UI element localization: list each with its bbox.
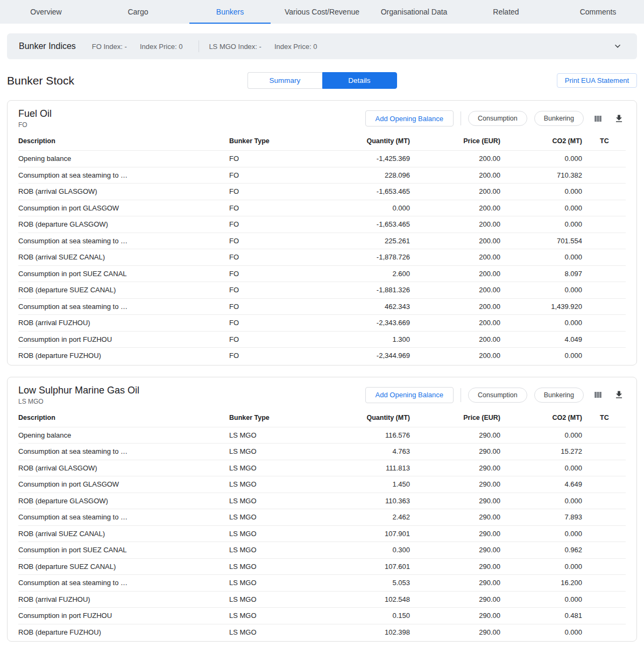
fo-index-label: FO Index: - bbox=[92, 43, 127, 51]
table-cell: 200.00 bbox=[410, 220, 500, 228]
table-cell: 0.300 bbox=[320, 546, 410, 554]
table-body: Opening balanceFO-1,425.369200.000.000Co… bbox=[18, 150, 626, 364]
table-cell: LS MGO bbox=[229, 595, 320, 603]
table-cell: ROB (departure FUZHOU) bbox=[18, 351, 229, 360]
table-row[interactable]: Consumption at sea steaming to …FO225.26… bbox=[18, 233, 626, 249]
table-cell: 0.000 bbox=[500, 187, 582, 195]
nav-tab-cargo[interactable]: Cargo bbox=[92, 0, 184, 24]
table-row[interactable]: ROB (arrival GLASGOW)LS MGO111.813290.00… bbox=[18, 460, 626, 476]
table-cell: 200.00 bbox=[410, 154, 500, 163]
table-row[interactable]: Consumption at sea steaming to …FO462.34… bbox=[18, 298, 626, 315]
divider bbox=[461, 111, 461, 125]
table-cell: -2,343.669 bbox=[320, 319, 410, 327]
nav-tab-various-cost-revenue[interactable]: Various Cost/Revenue bbox=[276, 0, 368, 24]
table-cell: 4.049 bbox=[500, 335, 582, 343]
table-cell: 290.00 bbox=[410, 628, 500, 636]
table-row[interactable]: Consumption at sea steaming to …LS MGO4.… bbox=[18, 443, 626, 460]
table-row[interactable]: Consumption at sea steaming to …LS MGO2.… bbox=[18, 509, 626, 525]
nav-tab-organisational-data[interactable]: Organisational Data bbox=[368, 0, 460, 24]
nav-tab-overview[interactable]: Overview bbox=[0, 0, 92, 24]
download-icon[interactable] bbox=[612, 388, 626, 402]
table-cell: 0.000 bbox=[500, 286, 582, 294]
table-row[interactable]: ROB (arrival SUEZ CANAL)LS MGO107.901290… bbox=[18, 525, 626, 542]
bunkering-button[interactable]: Bunkering bbox=[534, 111, 584, 126]
table-row[interactable]: ROB (arrival SUEZ CANAL)FO-1,878.726200.… bbox=[18, 249, 626, 265]
add-opening-balance-button[interactable]: Add Opening Balance bbox=[365, 110, 454, 126]
table-header-row: DescriptionBunker TypeQuantity (MT)Price… bbox=[18, 409, 626, 427]
column-header: Bunker Type bbox=[229, 414, 320, 421]
bunker-indices-title: Bunker Indices bbox=[19, 41, 76, 51]
table-cell: 0.000 bbox=[500, 595, 582, 603]
table-cell: FO bbox=[229, 171, 320, 179]
column-header: Price (EUR) bbox=[410, 137, 500, 145]
table-cell: LS MGO bbox=[229, 431, 320, 439]
card-titles: Fuel Oil FO bbox=[18, 108, 52, 129]
table-row[interactable]: ROB (departure FUZHOU)FO-2,344.969200.00… bbox=[18, 347, 626, 364]
download-icon[interactable] bbox=[612, 111, 626, 125]
cards-container: Fuel Oil FO Add Opening Balance Consumpt… bbox=[7, 100, 637, 642]
table-row[interactable]: ROB (arrival FUZHOU)LS MGO102.548290.000… bbox=[18, 591, 626, 608]
nav-tab-related[interactable]: Related bbox=[460, 0, 552, 24]
table-cell: 228.096 bbox=[320, 171, 410, 179]
table-cell: FO bbox=[229, 204, 320, 212]
columns-icon[interactable] bbox=[591, 388, 605, 402]
table-cell: 0.962 bbox=[500, 546, 582, 554]
columns-icon[interactable] bbox=[591, 111, 605, 125]
table-row[interactable]: Consumption at sea steaming to …FO228.09… bbox=[18, 167, 626, 184]
table-cell: 0.000 bbox=[500, 154, 582, 163]
consumption-button[interactable]: Consumption bbox=[468, 111, 527, 126]
column-header: Description bbox=[18, 137, 229, 145]
table-row[interactable]: ROB (departure SUEZ CANAL)FO-1,881.32620… bbox=[18, 282, 626, 298]
table-cell: 107.601 bbox=[320, 562, 410, 571]
table-row[interactable]: Consumption in port FUZHOULS MGO0.150290… bbox=[18, 607, 626, 624]
table-row[interactable]: Opening balanceFO-1,425.369200.000.000 bbox=[18, 150, 626, 167]
table-cell: Consumption in port FUZHOU bbox=[18, 335, 229, 343]
table-row[interactable]: ROB (departure GLASGOW)FO-1,653.465200.0… bbox=[18, 216, 626, 233]
add-opening-balance-button[interactable]: Add Opening Balance bbox=[365, 387, 454, 403]
table-row[interactable]: Consumption in port SUEZ CANALFO2.600200… bbox=[18, 265, 626, 282]
table-cell: ROB (departure GLASGOW) bbox=[18, 220, 229, 228]
table-cell: FO bbox=[229, 335, 320, 343]
table-cell: FO bbox=[229, 187, 320, 195]
table-cell: ROB (arrival SUEZ CANAL) bbox=[18, 253, 229, 261]
table-row[interactable]: Consumption in port FUZHOUFO1.300200.004… bbox=[18, 331, 626, 348]
print-eua-statement-button[interactable]: Print EUA Statement bbox=[557, 73, 637, 88]
table-row[interactable]: ROB (arrival FUZHOU)FO-2,343.669200.000.… bbox=[18, 314, 626, 331]
bunkering-button[interactable]: Bunkering bbox=[534, 388, 584, 403]
table-row[interactable]: Consumption at sea steaming to …LS MGO5.… bbox=[18, 574, 626, 591]
table-cell: -1,653.465 bbox=[320, 187, 410, 195]
column-header: Price (EUR) bbox=[410, 414, 500, 421]
table-row[interactable]: Consumption in port SUEZ CANALLS MGO0.30… bbox=[18, 542, 626, 558]
summary-tab[interactable]: Summary bbox=[247, 72, 322, 89]
table-row[interactable]: ROB (arrival GLASGOW)FO-1,653.465200.000… bbox=[18, 183, 626, 200]
table-cell: FO bbox=[229, 286, 320, 294]
card-actions: Add Opening Balance Consumption Bunkerin… bbox=[365, 387, 626, 403]
table-cell: 5.053 bbox=[320, 579, 410, 587]
table-cell: 290.00 bbox=[410, 579, 500, 587]
table-cell: LS MGO bbox=[229, 480, 320, 488]
table-row[interactable]: ROB (departure FUZHOU)LS MGO102.398290.0… bbox=[18, 624, 626, 641]
chevron-down-icon[interactable] bbox=[610, 39, 625, 54]
table-row[interactable]: ROB (departure GLASGOW)LS MGO110.363290.… bbox=[18, 493, 626, 509]
details-tab[interactable]: Details bbox=[322, 72, 397, 89]
table-cell: FO bbox=[229, 319, 320, 327]
table-row[interactable]: ROB (departure SUEZ CANAL)LS MGO107.6012… bbox=[18, 558, 626, 575]
table-row[interactable]: Consumption in port GLASGOWLS MGO1.45029… bbox=[18, 476, 626, 493]
top-nav: OverviewCargoBunkersVarious Cost/Revenue… bbox=[0, 0, 644, 24]
consumption-button[interactable]: Consumption bbox=[468, 388, 527, 403]
table-cell: 4.649 bbox=[500, 480, 582, 488]
table-cell: 4.763 bbox=[320, 447, 410, 455]
table-cell: 200.00 bbox=[410, 303, 500, 311]
table-cell: LS MGO bbox=[229, 464, 320, 472]
table-cell: 200.00 bbox=[410, 319, 500, 327]
table-cell: Consumption in port SUEZ CANAL bbox=[18, 546, 229, 554]
table-cell: 0.000 bbox=[500, 497, 582, 505]
table-row[interactable]: Consumption in port GLASGOWFO0.000200.00… bbox=[18, 200, 626, 216]
nav-tab-comments[interactable]: Comments bbox=[552, 0, 644, 24]
table-cell: FO bbox=[229, 237, 320, 245]
column-header: Quantity (MT) bbox=[320, 414, 410, 421]
table-row[interactable]: Opening balanceLS MGO116.576290.000.000 bbox=[18, 427, 626, 444]
table-cell: -1,878.726 bbox=[320, 253, 410, 261]
table-cell: ROB (arrival FUZHOU) bbox=[18, 319, 229, 327]
nav-tab-bunkers[interactable]: Bunkers bbox=[184, 0, 276, 24]
